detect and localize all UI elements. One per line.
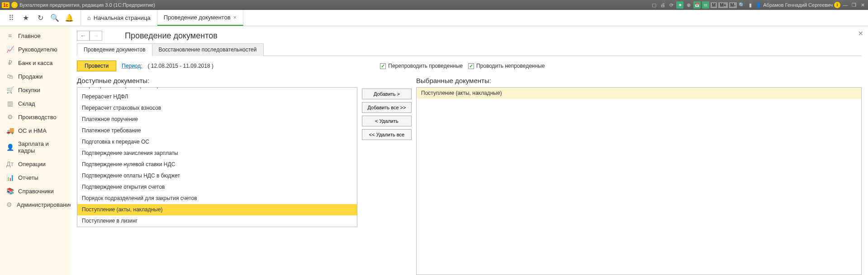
nav-forward-button[interactable]: → [90,31,102,41]
sidebar-item-11[interactable]: 📚Справочники [0,184,71,198]
content-close-icon[interactable]: ✕ [858,30,863,37]
page-title: Проведение документов [125,31,218,41]
chk-post-unposted-label: Проводить непроведенные [476,63,545,69]
bell-icon[interactable]: 🔔 [65,14,73,22]
period-value: ( 12.08.2015 - 11.09.2018 ) [148,63,213,69]
window-restore[interactable]: ❐ [850,1,858,9]
sidebar-icon: 🚚 [6,127,14,134]
sidebar-icon: Дт [6,160,14,168]
run-button[interactable]: Провести [77,61,116,71]
window-close[interactable]: ✕ [859,1,866,9]
list-item[interactable]: Поступление (акты, накладные) [417,88,861,99]
sidebar-item-label: Банк и касса [18,60,53,66]
period-link[interactable]: Период: [122,63,142,69]
tb-icon-3[interactable]: ⟳ [668,1,675,9]
inner-tab-posting[interactable]: Проведение документов [77,43,152,56]
user-display[interactable]: 👤 Абрамов Геннадий Сергеевич [755,2,833,8]
tab-current[interactable]: Проведение документов × [157,10,244,26]
window-minimize[interactable]: — [842,1,849,9]
sidebar-item-label: Операции [18,161,46,168]
user-icon: 👤 [755,2,762,8]
tab-home[interactable]: ⌂ Начальная страница [81,10,157,26]
sidebar-icon: 👤 [6,144,14,151]
sidebar-item-1[interactable]: 📈Руководителю [0,42,71,56]
checkbox-icon: ✓ [380,63,386,69]
nav-back-button[interactable]: ← [77,31,90,41]
sidebar-item-label: Руководителю [18,46,57,53]
m-minus-btn[interactable]: M- [729,2,737,8]
sidebar-item-label: Администрирование [17,201,73,208]
sidebar-item-label: Главное [18,33,41,39]
remove-all-button[interactable]: << Удалить все [362,129,412,140]
home-icon: ⌂ [87,14,91,21]
add-button[interactable]: Добавить > [362,89,412,99]
sidebar-item-8[interactable]: 👤Зарплата и кадры [0,137,71,157]
sidebar-item-label: Производство [18,114,57,121]
list-item[interactable]: Подготовка к передаче ОС [77,136,357,148]
chk-repost[interactable]: ✓ Перепроводить проведенные [380,63,463,69]
sidebar-item-12[interactable]: ⚙Администрирование [0,198,71,211]
available-listbox[interactable]: Переоценка товаров в розницеПерерасчет Н… [77,87,357,227]
list-item[interactable]: Подтверждение открытия счетов [77,182,357,193]
sidebar-item-label: Зарплата и кадры [18,140,64,154]
star-icon[interactable]: ★ [22,14,30,22]
sidebar-icon: ⚙ [6,113,14,121]
sidebar-item-6[interactable]: ⚙Производство [0,110,71,124]
selected-listbox[interactable]: Поступление (акты, накладные) [416,87,862,275]
sidebar-item-label: Справочники [18,188,54,195]
m-plus-btn[interactable]: M+ [718,2,727,8]
chk-post-unposted[interactable]: ✓ Проводить непроведенные [468,63,545,69]
sidebar-icon: ▥ [6,100,14,107]
list-item[interactable]: Подтверждение зачисления зарплаты [77,148,357,159]
remove-button[interactable]: < Удалить [362,116,412,126]
sidebar-icon: 🛍 [6,73,14,80]
tb-icon-5[interactable]: ⊕ [685,1,692,9]
apps-icon[interactable]: ⠿ [7,14,15,22]
sidebar-icon: 🛒 [6,86,14,93]
dropdown-icon[interactable]: ▾ [11,2,18,8]
date-icon[interactable]: 31 [702,1,709,9]
checkbox-icon: ✓ [468,63,474,69]
tb-icon-2[interactable]: 🖨 [659,1,666,9]
tb-icon-1[interactable]: ▢ [650,1,658,9]
sidebar-item-0[interactable]: ≡Главное [0,29,71,42]
inner-tab-restore[interactable]: Восстановление последовательностей [152,43,264,56]
list-item[interactable]: Порядок подразделений для закрытия счето… [77,193,357,204]
sidebar-item-9[interactable]: ДтОперации [0,157,71,171]
sidebar-icon: ₽ [6,59,14,66]
list-item[interactable]: Платежное поручение [77,114,357,125]
search-icon[interactable]: 🔍 [51,14,59,22]
list-item[interactable]: Подтверждение нулевой ставки НДС [77,159,357,170]
selected-title: Выбранные документы: [416,76,862,85]
history-icon[interactable]: ↻ [36,14,44,22]
list-item[interactable]: Подтверждение оплаты НДС в бюджет [77,170,357,182]
app-title: Бухгалтерия предприятия, редакция 3.0 (1… [19,2,155,8]
bar-icon[interactable]: ▮ [747,1,754,9]
zoom-icon[interactable]: 🔍 [738,1,745,9]
info-icon[interactable]: i [834,2,840,8]
add-all-button[interactable]: Добавить все >> [362,102,412,113]
sidebar-item-5[interactable]: ▥Склад [0,97,71,110]
app-logo-icon: 1c [2,2,9,8]
m-btn[interactable]: M [711,2,717,8]
sidebar-icon: ≡ [6,32,14,39]
list-item[interactable]: Поступление в лизинг [77,215,357,227]
sidebar-item-10[interactable]: 📊Отчеты [0,171,71,184]
sidebar-item-label: Покупки [18,87,40,93]
list-item[interactable]: Поступление (акты, накладные) [77,204,357,215]
tb-icon-4[interactable]: ✦ [676,1,683,9]
sidebar-item-7[interactable]: 🚚ОС и НМА [0,124,71,137]
tab-close-icon[interactable]: × [233,14,237,21]
list-item[interactable]: Переоценка товаров в рознице [77,87,357,91]
sidebar-item-4[interactable]: 🛒Покупки [0,83,71,97]
sidebar-item-label: Склад [18,100,35,107]
calendar-icon[interactable]: 📅 [693,1,701,9]
tab-home-label: Начальная страница [94,14,151,21]
list-item[interactable]: Платежное требование [77,125,357,136]
list-item[interactable]: Перерасчет страховых взносов [77,103,357,114]
sidebar-item-3[interactable]: 🛍Продажи [0,70,71,83]
list-item[interactable]: Перерасчет НДФЛ [77,91,357,103]
sidebar-item-label: Продажи [18,73,43,80]
sidebar-icon: 📚 [6,187,14,195]
sidebar-item-2[interactable]: ₽Банк и касса [0,56,71,70]
